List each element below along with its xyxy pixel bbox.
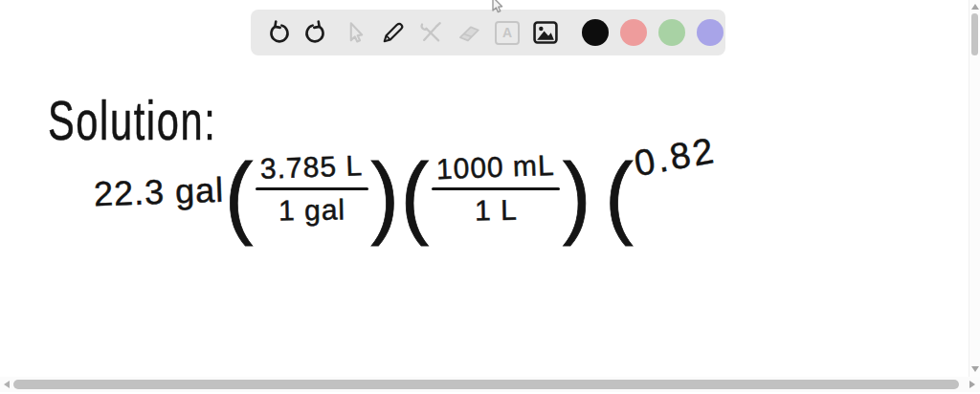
- fraction-2-numerator: 1000 mL: [432, 149, 561, 190]
- color-swatch-green[interactable]: [658, 19, 685, 46]
- close-paren-2: ): [563, 142, 590, 249]
- fraction-1: 3.785 L 1 gal: [256, 151, 368, 227]
- undo-icon: [265, 20, 291, 46]
- redo-icon: [303, 20, 329, 46]
- tools-button[interactable]: [417, 16, 444, 49]
- image-button[interactable]: [532, 16, 559, 49]
- close-paren-1: ): [371, 142, 399, 249]
- fraction-2-denominator: 1 L: [469, 190, 522, 228]
- vertical-scrollbar[interactable]: [969, 0, 980, 377]
- text-icon-glyph: A: [502, 26, 512, 39]
- tools-icon: [418, 20, 444, 46]
- open-paren-1: (: [225, 142, 253, 249]
- fraction-1-denominator: 1 gal: [274, 189, 351, 227]
- scroll-down-arrow-icon[interactable]: [971, 366, 979, 372]
- horizontal-scrollbar-thumb[interactable]: [13, 380, 959, 389]
- text-icon: A: [495, 21, 520, 45]
- select-button[interactable]: [341, 16, 368, 49]
- color-swatch-black[interactable]: [582, 19, 609, 46]
- whiteboard-canvas[interactable]: A Solution: 22.3 gal ( 3.785 L 1 gal ) (…: [0, 0, 980, 394]
- vertical-scrollbar-thumb[interactable]: [971, 13, 978, 55]
- color-swatch-pink[interactable]: [620, 19, 647, 46]
- redo-button[interactable]: [302, 16, 329, 49]
- text-button[interactable]: A: [494, 16, 521, 49]
- toolbar: A: [251, 10, 725, 55]
- undo-button[interactable]: [264, 16, 291, 49]
- eraser-icon: [457, 20, 482, 46]
- open-paren-3: (: [605, 142, 633, 249]
- pen-button[interactable]: [379, 16, 406, 49]
- fraction-1-numerator: 3.785 L: [256, 149, 368, 189]
- scroll-up-arrow-icon[interactable]: [971, 4, 979, 10]
- math-expression: 22.3 gal ( 3.785 L 1 gal ) ( 1000 mL 1 L…: [94, 142, 720, 241]
- fraction-2: 1000 mL 1 L: [432, 151, 560, 227]
- horizontal-scrollbar[interactable]: [0, 377, 980, 392]
- eraser-button[interactable]: [456, 16, 482, 49]
- image-icon: [532, 19, 559, 46]
- cursor-icon: [342, 20, 367, 45]
- open-paren-2: (: [401, 142, 429, 249]
- scroll-right-arrow-icon[interactable]: [969, 381, 975, 388]
- color-swatch-purple[interactable]: [697, 19, 724, 46]
- expression-partial-value: 0.82: [631, 130, 719, 185]
- expression-coefficient: 22.3 gal: [93, 170, 224, 215]
- pen-icon: [380, 20, 406, 46]
- scroll-left-arrow-icon[interactable]: [4, 381, 10, 388]
